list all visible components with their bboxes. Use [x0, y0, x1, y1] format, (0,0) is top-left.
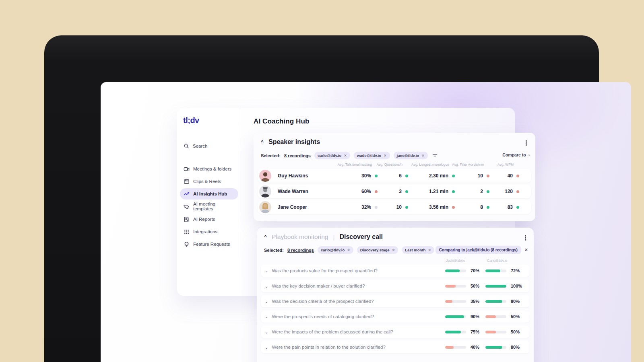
template-tag-icon: [184, 204, 190, 210]
status-dot: [516, 206, 519, 209]
column-header: Avg. Questions/h: [376, 162, 408, 167]
score-bar-fill: [445, 269, 460, 272]
metric-value: 1.21 min: [429, 189, 448, 194]
metric-value: 120: [505, 189, 513, 194]
sidebar-item-label: Feature Requests: [193, 242, 230, 247]
metric-value: 30%: [361, 173, 371, 179]
question-text: Were the impacts of the problem discusse…: [272, 329, 445, 334]
column-header: Avg. Talk time/meeting: [338, 162, 378, 167]
search-button[interactable]: Search: [180, 140, 238, 152]
score-percent: 40%: [471, 345, 484, 350]
score-percent: 50%: [471, 284, 484, 288]
sidebar-item-clips[interactable]: Clips & Reels: [180, 176, 238, 187]
filter-chip[interactable]: carlo@tldv.io ✕: [318, 246, 353, 254]
avatar: [259, 185, 271, 197]
filter-chip[interactable]: jane@tldv.io ✕: [394, 152, 428, 159]
score-percent: 50%: [511, 329, 524, 334]
sidebar-item-meetings[interactable]: Meetings & folders: [180, 163, 238, 175]
speaker-table: Guy Hawkins 30% 6 2.30 min 10 40 Wade Wa…: [258, 169, 531, 216]
metric-value: 60%: [361, 189, 371, 194]
sidebar-item-ai-insights-hub[interactable]: AI Insights Hub: [180, 188, 238, 200]
question-text: Were the pain points in relation to the …: [272, 345, 445, 350]
sidebar-item-feature-requests[interactable]: Feature Requests: [180, 239, 238, 250]
filter-chip[interactable]: wade@tldv.io ✕: [354, 152, 390, 159]
filter-chip[interactable]: Last month ✕: [402, 246, 434, 254]
score-percent: 90%: [471, 314, 484, 319]
kebab-menu-icon[interactable]: [524, 139, 528, 147]
sidebar-item-integrations[interactable]: Integrations: [180, 226, 238, 237]
score-bar-track: [485, 315, 506, 318]
chevron-down-icon[interactable]: ⌄: [265, 315, 268, 319]
laptop-frame: tl;dv Search Meetings & folders Clips & …: [44, 35, 599, 362]
chevron-down-icon[interactable]: ⌄: [265, 330, 268, 334]
question-row[interactable]: ⌄ Were the pain points in relation to th…: [261, 341, 530, 353]
filter-chip[interactable]: Discovery stage ✕: [357, 246, 398, 254]
score-bar-track: [485, 300, 506, 303]
compare-column-label: Carlo@tldv.io: [487, 259, 508, 263]
question-text: Was the key decision maker / buyer clari…: [272, 284, 445, 288]
sidebar-item-ai-meeting-templates[interactable]: AI meeting templates: [180, 201, 238, 212]
sidebar-item-label: Integrations: [193, 229, 217, 234]
status-dot: [375, 175, 378, 177]
filter-icon[interactable]: [432, 153, 438, 158]
chip-label: jane@tldv.io: [397, 153, 419, 158]
question-row[interactable]: ⌄ Was the products value for the prospec…: [261, 265, 530, 277]
compare-to-button[interactable]: Compare to ›: [502, 152, 530, 157]
question-row[interactable]: ⌄ Were the impacts of the problem discus…: [261, 326, 530, 338]
chip-label: Last month: [405, 248, 425, 252]
question-row[interactable]: ⌄ Were the prospect's needs of catalogin…: [261, 311, 530, 323]
chip-close-icon[interactable]: ✕: [344, 154, 347, 158]
chip-close-icon[interactable]: ✕: [421, 154, 425, 158]
table-row[interactable]: Guy Hawkins 30% 6 2.30 min 10 40: [258, 169, 531, 183]
grid-dots-icon: [184, 229, 190, 235]
chevron-down-icon[interactable]: ⌄: [265, 284, 268, 288]
score-percent: 80%: [511, 345, 524, 350]
chevron-down-icon[interactable]: ⌄: [265, 269, 268, 273]
status-dot: [375, 206, 378, 209]
column-header: Avg. Longest monologue: [411, 162, 455, 167]
panel-title: Discovery call: [339, 233, 383, 241]
sidebar-item-label: AI Insights Hub: [193, 191, 227, 196]
speaker-insights-panel: ^ Speaker insights Selected: 8 recording…: [254, 133, 535, 221]
chevron-down-icon[interactable]: ⌄: [265, 299, 268, 304]
question-row[interactable]: ⌄ Was the key decision maker / buyer cla…: [261, 280, 530, 292]
comparing-close-icon[interactable]: ✕: [524, 247, 528, 253]
chip-label: Discovery stage: [360, 248, 390, 252]
score-bar-track: [445, 285, 466, 288]
score-percent: 80%: [511, 299, 524, 304]
chip-close-icon[interactable]: ✕: [347, 248, 350, 252]
selected-recordings-link[interactable]: 8 recordings: [284, 153, 311, 158]
metric-value: 83: [508, 204, 513, 210]
kebab-menu-icon[interactable]: [524, 234, 527, 242]
score-bar-track: [445, 331, 466, 333]
title-separator: |: [333, 234, 334, 241]
question-row[interactable]: ⌄ Was the decision criteria of the prosp…: [261, 295, 530, 307]
report-doc-icon: [184, 216, 190, 222]
question-list: ⌄ Was the products value for the prospec…: [261, 265, 530, 356]
selected-recordings-link[interactable]: 8 recordings: [287, 248, 314, 253]
status-dot: [516, 190, 519, 193]
chip-close-icon[interactable]: ✕: [392, 248, 395, 252]
status-dot: [375, 190, 378, 193]
collapse-chevron-icon[interactable]: ^: [264, 234, 267, 239]
score-bar-track: [445, 300, 466, 303]
table-row[interactable]: Wade Warren 60% 3 1.21 min 2 120: [258, 185, 531, 198]
filter-chip[interactable]: carlo@tldv.io ✕: [314, 152, 350, 159]
status-dot: [487, 190, 489, 193]
comparing-chip[interactable]: Comparing to jack@tldv.io (8 recordings)…: [436, 246, 528, 254]
laptop-screen: tl;dv Search Meetings & folders Clips & …: [101, 82, 631, 362]
status-dot: [405, 206, 408, 209]
chevron-down-icon[interactable]: ⌄: [265, 345, 268, 350]
score-percent: 70%: [471, 268, 484, 273]
score-bar-fill: [445, 285, 456, 288]
score-percent: 100%: [511, 284, 524, 288]
score-bar-fill: [485, 331, 496, 333]
table-row[interactable]: Jane Cooper 32% 10 3.56 min 8 83: [258, 200, 531, 214]
sidebar-item-ai-reports[interactable]: AI Reports: [180, 214, 238, 225]
chip-close-icon[interactable]: ✕: [428, 248, 431, 252]
chip-close-icon[interactable]: ✕: [384, 154, 387, 158]
collapse-chevron-icon[interactable]: ^: [261, 140, 264, 144]
score-bar-track: [485, 346, 506, 349]
score-percent: 72%: [511, 268, 524, 273]
speaker-name: Guy Hawkins: [275, 173, 343, 179]
